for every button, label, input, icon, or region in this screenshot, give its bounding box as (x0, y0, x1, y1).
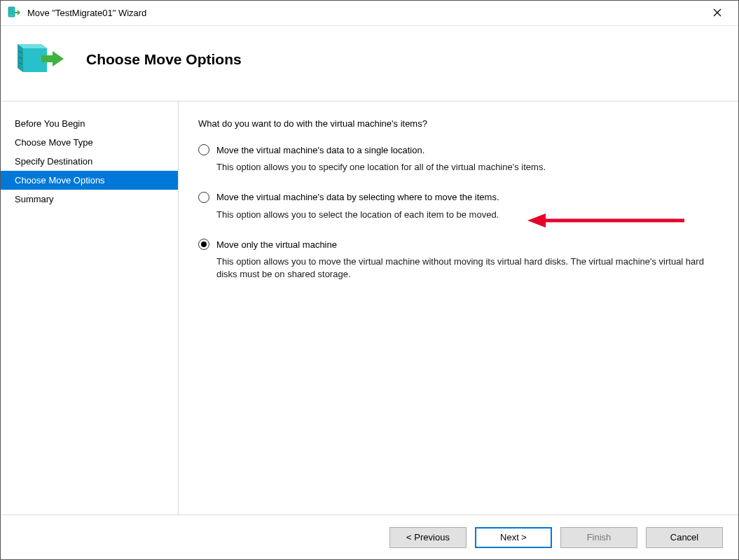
wizard-content: What do you want to do with the virtual … (179, 102, 738, 514)
window-title: Move "TestMigrate01" Wizard (27, 8, 703, 18)
wizard-body: Before You Begin Choose Move Type Specif… (1, 102, 738, 514)
next-button[interactable]: Next > (475, 527, 552, 548)
option-description: This option allows you to specify one lo… (216, 161, 719, 174)
radio-icon[interactable] (198, 192, 209, 203)
svg-rect-0 (8, 7, 15, 17)
cancel-button[interactable]: Cancel (646, 527, 723, 548)
option-label: Move only the virtual machine (216, 239, 337, 250)
previous-button[interactable]: < Previous (389, 527, 467, 548)
option-vm-only[interactable]: Move only the virtual machine This optio… (198, 239, 719, 280)
app-icon (8, 6, 20, 20)
option-select-locations[interactable]: Move the virtual machine's data by selec… (198, 192, 719, 221)
page-title: Choose Move Options (86, 51, 242, 68)
svg-rect-9 (41, 55, 53, 62)
wizard-window: Move "TestMigrate01" Wizard (0, 0, 739, 560)
option-label: Move the virtual machine's data to a sin… (216, 145, 424, 155)
wizard-steps-sidebar: Before You Begin Choose Move Type Specif… (1, 102, 179, 514)
close-button[interactable] (703, 7, 731, 20)
sidebar-step-summary[interactable]: Summary (1, 190, 178, 209)
option-description: This option allows you to move the virtu… (216, 255, 719, 280)
sidebar-step-choose-move-type[interactable]: Choose Move Type (1, 133, 178, 152)
finish-button[interactable]: Finish (560, 527, 637, 548)
radio-icon[interactable] (198, 239, 209, 250)
sidebar-step-before-you-begin[interactable]: Before You Begin (1, 114, 178, 133)
titlebar: Move "TestMigrate01" Wizard (1, 1, 738, 26)
option-single-location[interactable]: Move the virtual machine's data to a sin… (198, 144, 719, 174)
wizard-header: Choose Move Options (1, 26, 738, 102)
option-description: This option allows you to select the loc… (216, 209, 719, 221)
sidebar-step-choose-move-options[interactable]: Choose Move Options (1, 171, 178, 190)
wizard-footer: < Previous Next > Finish Cancel (1, 514, 738, 559)
sidebar-step-specify-destination[interactable]: Specify Destination (1, 152, 178, 171)
close-icon (713, 8, 721, 17)
radio-icon[interactable] (198, 144, 209, 155)
wizard-header-icon (13, 38, 64, 80)
content-prompt: What do you want to do with the virtual … (198, 118, 719, 129)
option-label: Move the virtual machine's data by selec… (216, 192, 499, 202)
